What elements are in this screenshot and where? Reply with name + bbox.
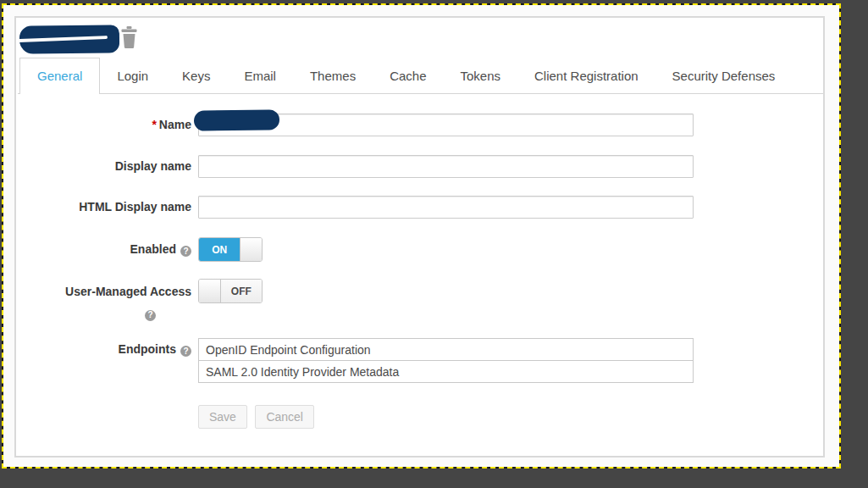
tab-themes[interactable]: Themes <box>293 58 373 93</box>
name-input[interactable] <box>198 114 694 136</box>
tab-tokens[interactable]: Tokens <box>444 58 518 93</box>
form-row-display-name: Display name <box>16 155 823 178</box>
form-row-actions: Save Cancel <box>16 405 823 429</box>
help-icon[interactable]: ? <box>180 346 191 357</box>
tab-email[interactable]: Email <box>227 58 293 93</box>
endpoint-link-openid[interactable]: OpenID Endpoint Configuration <box>198 338 694 361</box>
name-label: *Name <box>16 114 191 136</box>
html-display-name-label: HTML Display name <box>16 196 191 219</box>
realm-header <box>19 22 138 56</box>
endpoints-table: OpenID Endpoint Configuration SAML 2.0 I… <box>198 338 694 383</box>
form-row-enabled: Enabled? ON <box>16 237 823 262</box>
cancel-button[interactable]: Cancel <box>255 405 314 429</box>
endpoints-label: Endpoints? <box>16 338 191 361</box>
realm-tabs: General Login Keys Email Themes Cache To… <box>18 58 823 94</box>
help-icon[interactable]: ? <box>180 246 191 257</box>
tab-general[interactable]: General <box>19 58 100 94</box>
selection-marquee: General Login Keys Email Themes Cache To… <box>2 3 841 469</box>
realm-settings-panel: General Login Keys Email Themes Cache To… <box>14 16 825 458</box>
trash-icon[interactable] <box>120 26 138 48</box>
save-button[interactable]: Save <box>198 405 247 429</box>
enabled-toggle-on-label: ON <box>199 238 240 261</box>
user-managed-access-toggle-handle <box>199 280 221 302</box>
enabled-toggle[interactable]: ON <box>198 237 263 262</box>
form-row-name: *Name <box>16 114 823 136</box>
redacted-realm-name <box>19 25 119 53</box>
enabled-label: Enabled? <box>16 237 191 262</box>
tab-keys[interactable]: Keys <box>165 58 227 93</box>
tab-client-registration[interactable]: Client Registration <box>517 58 655 93</box>
display-name-label: Display name <box>16 155 191 178</box>
form-row-user-managed-access: User-Managed Access ? OFF <box>16 279 823 321</box>
required-asterisk: * <box>152 118 156 131</box>
enabled-toggle-handle <box>240 238 262 261</box>
display-name-input[interactable] <box>198 155 694 178</box>
form-row-endpoints: Endpoints? OpenID Endpoint Configuration… <box>16 338 823 383</box>
form-row-html-display-name: HTML Display name <box>16 196 823 219</box>
html-display-name-input[interactable] <box>198 196 694 219</box>
tab-cache[interactable]: Cache <box>373 58 443 93</box>
tab-security-defenses[interactable]: Security Defenses <box>655 58 793 93</box>
user-managed-access-toggle[interactable]: OFF <box>198 279 263 303</box>
user-managed-access-toggle-off-label: OFF <box>221 280 262 302</box>
help-icon[interactable]: ? <box>145 310 156 321</box>
endpoint-link-saml[interactable]: SAML 2.0 Identity Provider Metadata <box>198 360 694 383</box>
tab-login[interactable]: Login <box>100 58 165 93</box>
editor-canvas: General Login Keys Email Themes Cache To… <box>0 0 868 488</box>
user-managed-access-label: User-Managed Access ? <box>16 279 191 321</box>
